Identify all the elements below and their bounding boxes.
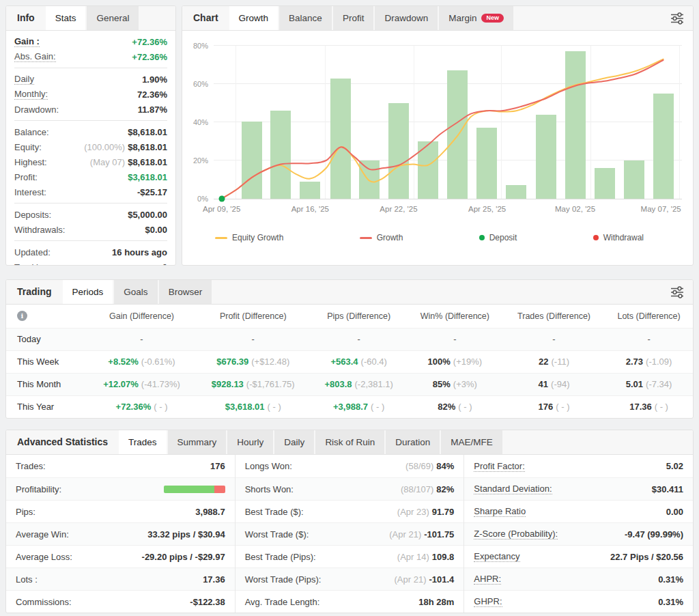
deposit-marker[interactable] (218, 196, 225, 202)
tab-summary[interactable]: Summary (168, 430, 227, 454)
tab-info[interactable]: Info (6, 6, 46, 30)
stat-value-text: 16 hours ago (112, 247, 167, 257)
chart-settings-icon[interactable] (670, 12, 685, 25)
stat-value-text: $3,618.01 (128, 172, 167, 182)
period-row-this-week: This Week+8.52%(-0.61%)$676.39(+$12.48)+… (6, 350, 693, 373)
tab-label: MAE/MFE (451, 430, 493, 454)
legend-line-swatch (215, 237, 227, 239)
adv-label: Shorts Won: (245, 484, 294, 494)
stats-rows: Gain :+72.36%Abs. Gain:+72.36%Daily1.90%… (6, 31, 175, 266)
legend-item-growth[interactable]: Growth (360, 233, 403, 242)
adv-row-profit-factor: Profit Factor:5.02 (464, 455, 693, 477)
tab-growth[interactable]: Growth (229, 6, 279, 30)
column-header-pips-difference: Pips (Difference) (311, 305, 407, 328)
period-cell: 85%(+3%) (407, 373, 503, 395)
period-label: Today (6, 328, 88, 350)
trading-tabbar: Trading PeriodsGoalsBrowser (6, 280, 693, 305)
tab-advanced-statistics[interactable]: Advanced Statistics (6, 430, 119, 454)
adv-value-text: $30.411 (652, 484, 683, 494)
chart-tabs: GrowthBalanceProfitDrawdownMarginNew (229, 6, 515, 30)
tab-label: Duration (395, 430, 430, 454)
chart-plot-area[interactable]: 0%20%40%60%80%Apr 09, '25Apr 16, '25Apr … (214, 46, 682, 199)
adv-label[interactable]: GHPR: (474, 596, 502, 607)
adv-value-muted: (Apr 14) (397, 552, 429, 562)
adv-value: (Apr 21)-101.4 (395, 574, 455, 585)
adv-value: 3,988.7 (195, 507, 225, 517)
tab-label: Periods (72, 280, 104, 304)
info-icon[interactable]: i (17, 311, 27, 321)
stat-label: Abs. Gain: (14, 51, 56, 62)
x-axis-tick: May 02, '25 (555, 205, 595, 213)
stat-row-tracking: Tracking0 (14, 260, 167, 266)
adv-label[interactable]: Profit Factor: (474, 461, 524, 472)
tab-browser[interactable]: Browser (159, 280, 212, 304)
tab-stats[interactable]: Stats (46, 6, 86, 30)
adv-label: Best Trade ($): (245, 507, 304, 517)
stat-label: Deposits: (14, 210, 51, 220)
period-cell: 82%( - ) (407, 395, 503, 418)
cell-diff-value: ( - ) (556, 402, 569, 412)
stat-label: Highest: (14, 157, 47, 167)
period-cell: +803.8(-2,381.1) (311, 373, 407, 395)
divider (14, 203, 167, 204)
periods-settings-icon[interactable] (670, 285, 685, 299)
legend-label: Equity Growth (232, 233, 283, 242)
cell-main-value: $3,618.01 (225, 402, 265, 412)
tab-margin[interactable]: MarginNew (439, 6, 513, 30)
cell-diff-value: (-$1,761.75) (246, 379, 295, 389)
tab-mae-mfe[interactable]: MAE/MFE (441, 430, 502, 454)
stat-value: -$25.17 (137, 187, 167, 197)
tab-general[interactable]: General (87, 6, 139, 30)
adv-row-standard-deviation: Standard Deviation:$30.411 (464, 477, 693, 500)
cell-diff-value: (-0.61%) (141, 356, 175, 367)
cell-main-value: 22 (539, 356, 548, 367)
tab-profit[interactable]: Profit (333, 6, 374, 30)
advanced-col-3: Profit Factor:5.02Standard Deviation:$30… (463, 455, 693, 613)
adv-label[interactable]: Z-Score (Probability): (474, 529, 558, 540)
adv-label[interactable]: Standard Deviation: (474, 484, 552, 494)
stat-value-prefix: (May 07) (90, 157, 125, 167)
cell-diff-value: (-2,381.1) (355, 379, 393, 389)
stat-value-text: +72.36% (132, 52, 167, 62)
legend-item-withdrawal[interactable]: Withdrawal (593, 233, 644, 242)
tab-chart[interactable]: Chart (182, 6, 229, 30)
stat-label: Profit: (14, 172, 38, 182)
adv-value-text: 17.36 (203, 574, 225, 585)
stat-value-text: $8,618.01 (128, 157, 167, 167)
adv-label: Profitability: (16, 484, 61, 494)
tab-label: Browser (169, 280, 203, 304)
period-cell: 41(-94) (503, 373, 605, 395)
cell-main-value: 2.73 (626, 356, 643, 367)
tab-hourly[interactable]: Hourly (227, 430, 273, 454)
tab-risk-of-ruin[interactable]: Risk of Ruin (315, 430, 384, 454)
legend-item-deposit[interactable]: Deposit (479, 233, 517, 242)
period-cell: 2.73(-1.09) (605, 350, 693, 373)
stat-row-profit: Profit:$3,618.01 (14, 169, 167, 184)
tab-balance[interactable]: Balance (279, 6, 332, 30)
adv-row-commissions: Commissions:-$122.38 (6, 590, 235, 613)
adv-value-text: -$122.38 (190, 597, 225, 607)
divider (14, 120, 167, 121)
tab-label: Margin (448, 6, 476, 30)
stat-value: 0 (162, 262, 167, 266)
new-badge: New (481, 14, 504, 23)
tab-drawdown[interactable]: Drawdown (375, 6, 438, 30)
adv-row-worst-trade-pips: Worst Trade (Pips):(Apr 21)-101.4 (236, 568, 464, 590)
adv-label[interactable]: AHPR: (474, 574, 501, 585)
adv-label[interactable]: Sharpe Ratio (474, 506, 526, 517)
stat-value-text: 11.87% (138, 104, 167, 115)
tab-periods[interactable]: Periods (63, 280, 113, 304)
adv-label[interactable]: Expectancy (474, 551, 519, 562)
stat-value: $8,618.01 (128, 127, 167, 137)
tab-trades[interactable]: Trades (119, 430, 167, 454)
tab-daily[interactable]: Daily (274, 430, 314, 454)
adv-value: 22.7 Pips / $20.56 (610, 552, 683, 562)
tab-goals[interactable]: Goals (114, 280, 157, 304)
tab-duration[interactable]: Duration (386, 430, 440, 454)
adv-value-text: 3,988.7 (195, 507, 225, 517)
stat-row-daily: Daily1.90% (14, 72, 167, 87)
stat-value-text: 1.90% (142, 74, 167, 85)
legend-item-equity-growth[interactable]: Equity Growth (215, 233, 283, 242)
adv-value-text: 82% (436, 484, 454, 494)
tab-trading[interactable]: Trading (6, 280, 63, 304)
